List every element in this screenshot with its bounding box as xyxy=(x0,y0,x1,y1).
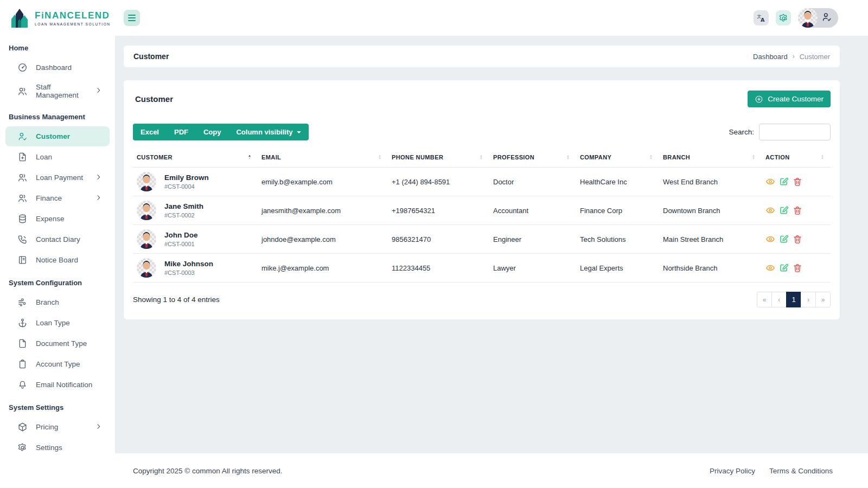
customer-company: HealthCare Inc xyxy=(576,168,659,196)
pagination-page-1-button[interactable]: 1 xyxy=(786,292,801,307)
customer-avatar xyxy=(137,201,156,220)
sidebar-item-branch[interactable]: Branch xyxy=(5,292,110,312)
sort-icon: ▲▼ xyxy=(480,155,483,160)
pagination-next-button[interactable]: › xyxy=(801,292,816,307)
card-header: Customer Create Customer xyxy=(133,89,831,107)
column-header-profession[interactable]: PROFESSION▲▼ xyxy=(489,147,576,168)
profile-menu[interactable] xyxy=(798,8,838,28)
delete-button[interactable] xyxy=(793,263,802,273)
pagination-last-button[interactable]: » xyxy=(815,292,831,307)
customer-id: #CST-0001 xyxy=(164,241,198,247)
customer-name: Emily Brown xyxy=(164,174,209,182)
column-header-phone[interactable]: PHONE NUMBER▲▼ xyxy=(388,147,489,168)
page-content: Customer Dashboard › Customer Customer C… xyxy=(115,36,868,453)
brand-logo-icon xyxy=(10,7,30,29)
sidebar-item-dashboard[interactable]: Dashboard xyxy=(5,57,110,78)
customer-branch: West End Branch xyxy=(659,168,762,196)
sidebar-item-staff-management[interactable]: Staff Management xyxy=(5,78,110,104)
sidebar-item-contact-diary[interactable]: Contact Diary xyxy=(5,229,110,249)
user-check-icon xyxy=(17,131,28,142)
user-check-icon xyxy=(821,11,832,24)
table-row: John Doe#CST-0001 johndoe@example.com 98… xyxy=(133,225,831,254)
column-header-company[interactable]: COMPANY▲▼ xyxy=(576,147,659,168)
sidebar-item-notice-board[interactable]: Notice Board xyxy=(5,250,110,270)
customer-id: #CST-0003 xyxy=(164,269,213,276)
chevron-right-icon xyxy=(95,87,102,95)
customer-avatar xyxy=(137,258,156,278)
copy-export-button[interactable]: Copy xyxy=(196,124,229,140)
sidebar-item-document-type[interactable]: Document Type xyxy=(5,333,110,354)
topbar-actions: 文A xyxy=(754,8,838,28)
delete-button[interactable] xyxy=(793,234,802,244)
search-label: Search: xyxy=(729,128,754,136)
create-customer-button[interactable]: Create Customer xyxy=(748,91,831,107)
breadcrumb-bar: Customer Dashboard › Customer xyxy=(124,46,840,67)
pagination-prev-button[interactable]: ‹ xyxy=(771,292,787,307)
table-toolbar: Excel PDF Copy Column visibility Search: xyxy=(133,124,831,140)
customer-name: Mike Johnson xyxy=(164,260,213,268)
sidebar-item-email-notification[interactable]: Email Notification xyxy=(5,375,110,395)
pdf-export-button[interactable]: PDF xyxy=(167,124,196,140)
sidebar-item-label: Document Type xyxy=(36,339,87,348)
terms-conditions-link[interactable]: Terms & Conditions xyxy=(769,467,833,475)
edit-button[interactable] xyxy=(779,206,789,215)
sidebar-item-customer[interactable]: Customer xyxy=(5,126,110,146)
delete-button[interactable] xyxy=(793,206,802,215)
bell-icon xyxy=(17,380,28,390)
customer-email: johndoe@example.com xyxy=(258,225,388,254)
customer-branch: Northside Branch xyxy=(659,254,762,282)
brand-text: FiNANCELEND LOAN MANAGEMENT SOLUTION xyxy=(35,10,111,26)
column-header-customer[interactable]: CUSTOMER▲▼ xyxy=(133,147,258,168)
export-button-group: Excel PDF Copy Column visibility xyxy=(133,124,309,140)
pagination-first-button[interactable]: « xyxy=(757,292,772,307)
customer-profession: Doctor xyxy=(489,168,576,196)
column-header-email[interactable]: EMAIL▲▼ xyxy=(258,147,388,168)
menu-toggle-button[interactable] xyxy=(124,10,140,26)
table-search: Search: xyxy=(729,124,831,140)
column-header-branch[interactable]: BRANCH▲▼ xyxy=(659,147,762,168)
theme-settings-button[interactable] xyxy=(776,10,791,25)
breadcrumb-dashboard-link[interactable]: Dashboard xyxy=(753,53,788,61)
translate-button[interactable]: 文A xyxy=(754,10,769,25)
sidebar-item-label: Customer xyxy=(36,132,70,140)
view-button[interactable] xyxy=(765,206,775,215)
column-visibility-button[interactable]: Column visibility xyxy=(228,124,308,140)
sidebar-item-account-type[interactable]: Account Type xyxy=(5,354,110,374)
edit-button[interactable] xyxy=(779,177,789,187)
sidebar-item-pricing[interactable]: Pricing xyxy=(5,417,110,437)
sidebar-item-expense[interactable]: Expense xyxy=(5,209,110,229)
view-button[interactable] xyxy=(765,234,775,244)
anchor-icon xyxy=(17,318,28,328)
users-icon xyxy=(17,193,28,203)
sidebar-item-finance[interactable]: Finance xyxy=(5,188,110,208)
brand-logo[interactable]: FiNANCELEND LOAN MANAGEMENT SOLUTION xyxy=(0,0,115,36)
svg-text:A: A xyxy=(760,16,764,22)
edit-icon xyxy=(779,206,789,215)
edit-button[interactable] xyxy=(779,263,789,273)
excel-export-button[interactable]: Excel xyxy=(133,124,167,140)
search-input[interactable] xyxy=(759,124,831,140)
edit-button[interactable] xyxy=(779,234,789,244)
footer-links: Privacy Policy Terms & Conditions xyxy=(710,467,833,475)
sidebar-item-loan-type[interactable]: Loan Type xyxy=(5,313,110,333)
delete-button[interactable] xyxy=(793,177,802,187)
column-header-action[interactable]: ACTION▲▼ xyxy=(762,147,831,168)
edit-icon xyxy=(779,234,789,244)
sidebar-item-label: Notice Board xyxy=(36,256,78,264)
eye-icon xyxy=(765,177,775,187)
trash-icon xyxy=(793,177,802,187)
view-button[interactable] xyxy=(765,177,775,187)
chevron-right-icon xyxy=(95,174,102,182)
view-button[interactable] xyxy=(765,263,775,273)
customer-email: emily.b@example.com xyxy=(258,168,388,196)
file-icon xyxy=(17,338,28,349)
edit-icon xyxy=(779,177,789,187)
customer-phone: 1122334455 xyxy=(388,254,489,282)
privacy-policy-link[interactable]: Privacy Policy xyxy=(710,467,755,475)
sidebar-item-loan-payment[interactable]: Loan Payment xyxy=(5,168,110,188)
sidebar-item-loan[interactable]: Loan xyxy=(5,147,110,167)
database-icon xyxy=(17,214,28,224)
brand-name: FiNANCELEND xyxy=(35,10,111,21)
sidebar-item-settings[interactable]: Settings xyxy=(5,438,110,458)
app-window: FiNANCELEND LOAN MANAGEMENT SOLUTION Hom… xyxy=(0,0,868,488)
